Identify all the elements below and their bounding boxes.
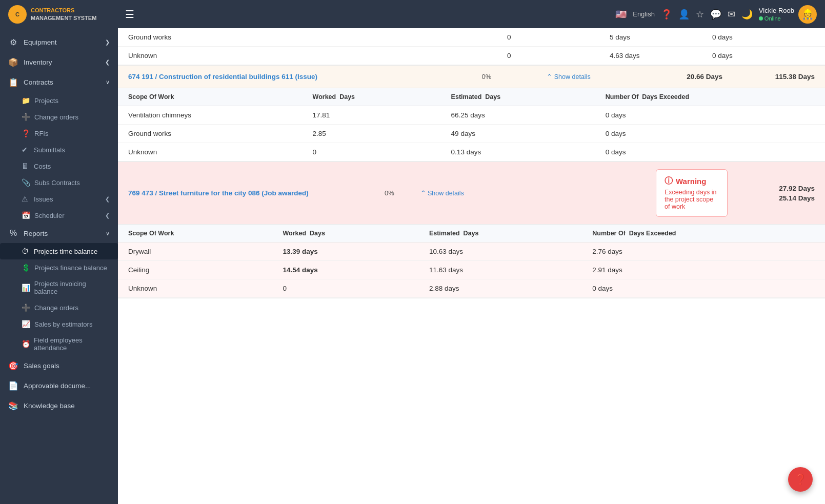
sidebar-subitem-rfis[interactable]: ❓ RFIs <box>0 125 118 142</box>
table-row: Unknown 0 4.63 days 0 days <box>118 47 825 65</box>
main-content: Ground works 0 5 days 0 days Unknown 0 4… <box>118 28 825 504</box>
sidebar-item-knowledge-base[interactable]: 📚 Knowledge base <box>0 396 118 416</box>
project-title-link-1[interactable]: 674 191 / Construction of residential bu… <box>128 73 456 80</box>
project-pct-2: 0% <box>369 189 410 197</box>
reports-arrow: ∨ <box>106 230 110 237</box>
show-details-btn-2[interactable]: ⌃ Show details <box>410 189 651 197</box>
subs-icon: 📎 <box>22 178 30 187</box>
project-header-2: 769 473 / Street furniture for the city … <box>118 162 825 225</box>
chevron-left-icon: ❮ <box>105 59 110 66</box>
flag-icon: 🇺🇸 <box>615 9 627 20</box>
sales-est-icon: 📈 <box>22 320 30 328</box>
scope-name: Drywall <box>118 243 273 261</box>
username-label: Vickie Roob <box>759 7 794 15</box>
sidebar-subitem-field-employees[interactable]: ⏰ Field employees attendance <box>0 332 118 356</box>
col-worked: Worked Days <box>303 88 441 106</box>
estimated-days-val: 11.63 days <box>419 261 582 279</box>
projects-icon: 📁 <box>22 96 30 105</box>
submittals-icon: ✔ <box>22 146 30 154</box>
time-balance-icon: ⏱ <box>22 247 30 255</box>
sidebar-subitem-sales-estimators[interactable]: 📈 Sales by estimators <box>0 316 118 332</box>
inventory-icon: 📦 <box>8 57 18 67</box>
user-icon[interactable]: 👤 <box>678 9 690 20</box>
costs-icon: 🖩 <box>22 162 30 170</box>
sales-goals-icon: 🎯 <box>8 361 18 371</box>
worked-days-val: 14.54 days <box>273 261 419 279</box>
sidebar-subitem-change-orders2[interactable]: ➕ Change orders <box>0 299 118 316</box>
sidebar-item-equipment[interactable]: ⚙ Equipment ❯ <box>0 32 118 52</box>
mail-icon[interactable]: ✉ <box>728 9 735 20</box>
sidebar-subitem-issues[interactable]: ⚠ Issues ❮ <box>0 191 118 207</box>
sidebar-subitem-projects-time-balance[interactable]: ⏱ Projects time balance <box>0 243 118 259</box>
chat-icon[interactable]: 💬 <box>710 9 721 20</box>
exceeded-days-val: 2.76 days <box>582 243 825 261</box>
sidebar-subitem-scheduler[interactable]: 📅 Scheduler ❮ <box>0 207 118 224</box>
worked-days-val: 0 <box>303 143 441 162</box>
exceeded-days-val: 0 days <box>595 143 825 162</box>
sidebar-item-contracts[interactable]: 📋 Contracts ∨ <box>0 72 118 92</box>
project-estimated-days-2: 25.14 Days <box>779 194 815 202</box>
sidebar-subitem-change-orders[interactable]: ➕ Change orders <box>0 109 118 125</box>
worked-days-val: 13.39 days <box>273 243 419 261</box>
app-header: C CONTRACTORS MANAGEMENT SYSTEM ☰ 🇺🇸 Eng… <box>0 0 825 28</box>
project-worked-days-2: 27.92 Days <box>779 185 815 192</box>
worked-days-val: 0 <box>507 33 610 41</box>
online-dot <box>759 16 763 21</box>
worked-days-val: 0 <box>507 52 610 59</box>
issues-icon: ⚠ <box>22 195 30 203</box>
col-worked: Worked Days <box>273 225 419 243</box>
sidebar-subitem-projects-invoicing-balance[interactable]: 📊 Projects invoicing balance <box>0 276 118 299</box>
sidebar-subitem-projects[interactable]: 📁 Projects <box>0 92 118 109</box>
logo: C CONTRACTORS MANAGEMENT SYSTEM <box>8 5 121 24</box>
sidebar-subitem-costs[interactable]: 🖩 Costs <box>0 158 118 174</box>
estimated-days-val: 5 days <box>610 33 712 41</box>
scope-name: Ground works <box>118 125 303 143</box>
table-header-row: Scope Of Work Worked Days Estimated Days… <box>118 88 825 106</box>
sidebar-item-sales-goals[interactable]: 🎯 Sales goals <box>0 356 118 376</box>
project-title-link-2[interactable]: 769 473 / Street furniture for the city … <box>128 189 369 197</box>
scope-name: Ceiling <box>118 261 273 279</box>
estimated-days-val: 0.13 days <box>441 143 595 162</box>
sidebar-item-reports[interactable]: % Reports ∨ <box>0 224 118 243</box>
sidebar-item-inventory[interactable]: 📦 Inventory ❮ <box>0 52 118 72</box>
warning-title: ⓘ Warning <box>665 176 719 187</box>
warning-box: ⓘ Warning Exceeding days in the project … <box>656 169 728 217</box>
top-continuation-block: Ground works 0 5 days 0 days Unknown 0 4… <box>118 28 825 66</box>
table-row: Unknown 0 0.13 days 0 days <box>118 143 825 162</box>
scheduler-arrow: ❮ <box>105 212 110 219</box>
warning-circle-icon: ⓘ <box>665 176 673 187</box>
approvable-icon: 📄 <box>8 381 18 391</box>
sidebar-subitem-submittals[interactable]: ✔ Submittals <box>0 142 118 158</box>
fab-button[interactable]: ❓ <box>788 467 813 492</box>
scope-table-1: Scope Of Work Worked Days Estimated Days… <box>118 88 825 162</box>
online-status: Online <box>759 15 794 22</box>
show-details-btn-1[interactable]: ⌃ Show details <box>517 73 620 80</box>
project-block-2: 769 473 / Street furniture for the city … <box>118 162 825 298</box>
sidebar-item-approvable-docs[interactable]: 📄 Approvable docume... <box>0 376 118 396</box>
warning-message: Exceeding days in the project scope of w… <box>665 189 719 210</box>
exceeded-days-val: 0 days <box>582 279 825 298</box>
menu-toggle-button[interactable]: ☰ <box>125 8 134 21</box>
user-profile[interactable]: Vickie Roob Online 👷 <box>759 5 817 24</box>
worked-days-val: 0 <box>273 279 419 298</box>
equipment-icon: ⚙ <box>8 37 18 47</box>
table-row: Ground works 2.85 49 days 0 days <box>118 125 825 143</box>
sidebar-subitem-subs-contracts[interactable]: 📎 Subs Contracts <box>0 174 118 191</box>
col-scope: Scope Of Work <box>118 88 303 106</box>
change-orders-icon: ➕ <box>22 113 30 121</box>
star-icon[interactable]: ☆ <box>696 9 704 20</box>
field-emp-icon: ⏰ <box>22 340 30 348</box>
theme-icon[interactable]: 🌙 <box>741 9 753 20</box>
scope-name: Unknown <box>118 279 273 298</box>
language-label[interactable]: English <box>633 10 655 18</box>
col-estimated: Estimated Days <box>441 88 595 106</box>
exceeded-days-val: 0 days <box>712 33 815 41</box>
estimated-days-val: 66.25 days <box>441 106 595 125</box>
help-icon[interactable]: ❓ <box>661 9 672 20</box>
worked-days-val: 17.81 <box>303 106 441 125</box>
co2-icon: ➕ <box>22 304 30 312</box>
table-row: Ceiling 14.54 days 11.63 days 2.91 days <box>118 261 825 279</box>
col-exceeded: Number Of Days Exceeded <box>582 225 825 243</box>
project-header-1: 674 191 / Construction of residential bu… <box>118 66 825 88</box>
sidebar-subitem-projects-finance-balance[interactable]: 💲 Projects finance balance <box>0 259 118 276</box>
